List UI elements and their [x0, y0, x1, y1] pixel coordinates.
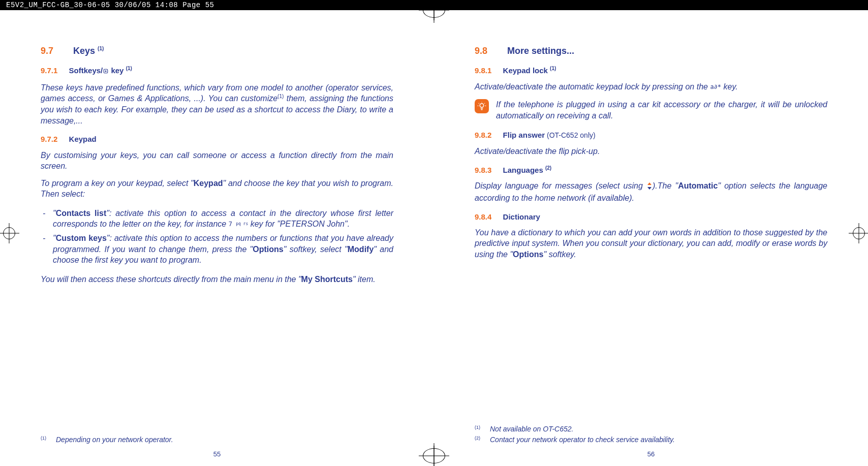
- paragraph: You will then access these shortcuts dir…: [41, 274, 393, 285]
- section-title: More settings...: [507, 46, 574, 56]
- svg-point-2: [480, 104, 484, 108]
- page-left: 9.7 Keys (1) 9.7.1 Softkeys/ key (1) The…: [0, 36, 434, 446]
- section-number: 9.7: [41, 46, 53, 56]
- section-title: Keys: [73, 46, 95, 56]
- note-text: If the telephone is plugged in using a c…: [496, 99, 827, 121]
- footnote: (1) Depending on your network operator.: [41, 435, 393, 445]
- section-9-7-1-heading: 9.7.1 Softkeys/ key (1): [41, 65, 393, 77]
- paragraph: You have a dictionary to which you can a…: [475, 227, 827, 260]
- text-run: key.: [721, 82, 738, 91]
- bold-term: Custom keys: [56, 234, 107, 242]
- footnote-text: Depending on your network operator.: [56, 435, 173, 445]
- footnote-ref: (1): [126, 66, 132, 71]
- footnote-mark: (2): [475, 435, 482, 445]
- section-9-7-heading: 9.7 Keys (1): [41, 45, 393, 57]
- section-number: 9.8.1: [475, 66, 491, 75]
- info-note: If the telephone is plugged in using a c…: [475, 99, 827, 121]
- section-title: Dictionary: [503, 212, 540, 221]
- svg-point-1: [105, 71, 107, 72]
- options-list: "Contacts list": activate this option to…: [41, 205, 393, 269]
- footnote-ref: (1): [98, 46, 104, 51]
- bold-term: Keypad: [194, 179, 223, 188]
- bold-term: Options: [253, 245, 283, 254]
- section-number: 9.8.4: [475, 212, 491, 221]
- bold-term: Modify: [348, 245, 374, 254]
- section-number: 9.8.3: [475, 166, 491, 174]
- text-run: " softkey, select ": [284, 245, 348, 254]
- bold-term: My Shortcuts: [301, 275, 353, 284]
- section-9-8-1-heading: 9.8.1 Keypad lock (1): [475, 65, 827, 76]
- section-9-8-4-heading: 9.8.4 Dictionary: [475, 212, 827, 222]
- list-item: "Custom keys": activate this option to a…: [41, 233, 393, 266]
- text-run: You will then access these shortcuts dir…: [41, 275, 301, 284]
- section-title: Flip answer: [503, 131, 545, 139]
- key-7-icon: 7 pq rs: [229, 220, 249, 228]
- star-key-icon: a∂*: [710, 83, 721, 91]
- text-run: ).The ": [653, 181, 678, 190]
- text-run: To program a key on your keypad, select …: [41, 179, 194, 188]
- page-number: 55: [213, 450, 221, 459]
- footnote: (1) Not available on OT-C652.: [475, 424, 827, 434]
- section-number: 9.7.2: [41, 135, 57, 143]
- up-down-arrow-icon: [646, 181, 653, 193]
- paragraph: To program a key on your keypad, select …: [41, 178, 393, 200]
- paragraph: Activate/deactivate the flip pick-up.: [475, 146, 827, 157]
- section-title: Languages: [503, 166, 543, 174]
- paragraph: Display language for messages (select us…: [475, 180, 827, 203]
- page-number: 56: [647, 450, 655, 459]
- bold-term: Contacts list: [56, 209, 107, 218]
- section-9-8-heading: 9.8 More settings...: [475, 45, 827, 57]
- footnote-mark: (1): [41, 435, 48, 445]
- footnotes: (1) Depending on your network operator.: [41, 434, 393, 446]
- footnote-text: Not available on OT-C652.: [490, 424, 573, 434]
- paragraph: These keys have predefined functions, wh…: [41, 82, 393, 127]
- section-number: 9.8: [475, 46, 487, 56]
- text-run: Activate/deactivate the automatic keypad…: [475, 82, 710, 91]
- footnote-text: Contact your network operator to check s…: [490, 435, 675, 445]
- section-title: Keypad lock: [503, 66, 548, 75]
- lightbulb-icon: [475, 99, 489, 113]
- section-9-8-3-heading: 9.8.3 Languages (2): [475, 165, 827, 175]
- text-run: Display language for messages (select us…: [475, 181, 646, 190]
- section-title-tail: key: [109, 66, 123, 75]
- section-title: Softkeys/: [69, 66, 103, 75]
- section-title: Keypad: [69, 135, 97, 143]
- text-run: " item.: [353, 275, 376, 284]
- section-9-7-2-heading: 9.7.2 Keypad: [41, 134, 393, 144]
- bold-term: Automatic: [678, 181, 718, 190]
- footnote: (2) Contact your network operator to che…: [475, 435, 827, 445]
- paragraph: Activate/deactivate the automatic keypad…: [475, 81, 827, 92]
- footnote-mark: (1): [475, 424, 482, 434]
- footnotes: (1) Not available on OT-C652. (2) Contac…: [475, 423, 827, 446]
- model-note: (OT-C652 only): [545, 131, 596, 139]
- paragraph: By customising your keys, you can call s…: [41, 150, 393, 172]
- footnote-ref: (1): [277, 94, 284, 99]
- section-9-8-2-heading: 9.8.2 Flip answer (OT-C652 only): [475, 130, 827, 140]
- crop-mark-top: [419, 0, 449, 25]
- softkey-icon: [103, 67, 109, 77]
- text-run: key for "PETERSON John".: [248, 220, 350, 228]
- page-right: 9.8 More settings... 9.8.1 Keypad lock (…: [434, 36, 868, 446]
- bold-term: Options: [513, 250, 543, 259]
- list-item: "Contacts list": activate this option to…: [41, 208, 393, 230]
- section-number: 9.8.2: [475, 131, 491, 139]
- footnote-ref: (2): [545, 165, 551, 171]
- text-run: " softkey.: [544, 250, 576, 259]
- footnote-ref: (1): [550, 66, 556, 71]
- section-number: 9.7.1: [41, 66, 57, 75]
